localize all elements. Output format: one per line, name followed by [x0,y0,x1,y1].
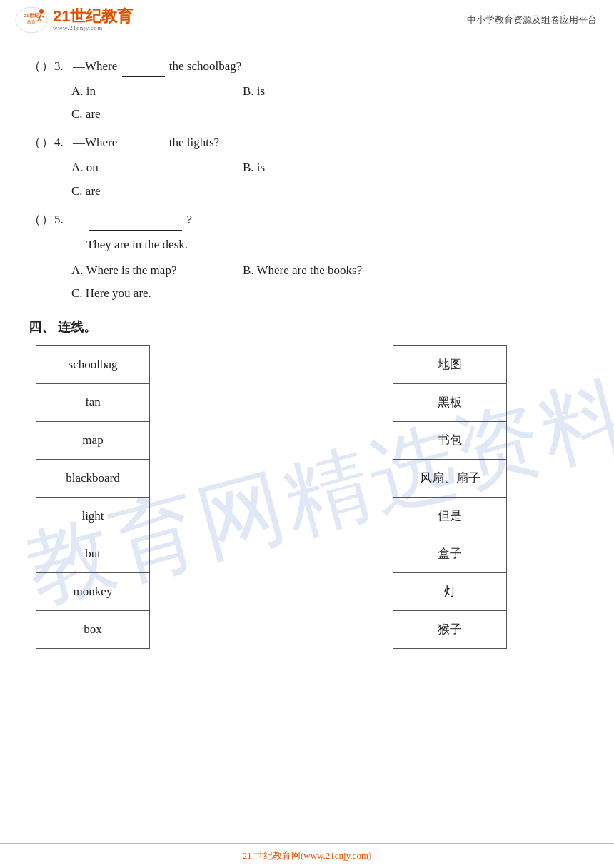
q3-blank [122,76,165,77]
footer: 21 世纪教育网(www.21cnjy.com) [0,843,614,868]
logo-main-text: 21世纪教育 [53,8,133,25]
logo-sub-text: www.21cnjy.com [53,25,133,32]
matching-area: schoolbag fan map blackboard light but m… [29,345,585,648]
matching-right-col: 地图 黑板 书包 风扇、扇子 但是 盒子 灯 猴子 [393,345,507,648]
q5-sub-text: — They are in the desk. [71,233,585,256]
q3-num: 3. [54,56,70,77]
paren-open-3: （ [29,56,39,77]
header: 21世纪 教育 21世纪教育 www.21cnjy.com 中小学教育资源及组卷… [0,0,614,39]
paren-open-4: （ [29,133,39,153]
q3-option-c: C. are [71,103,585,126]
paren-close-4: ） [41,133,51,153]
q4-option-a: A. on [71,156,243,179]
q5-sub-row: — They are in the desk. [29,233,585,256]
match-left-5: light [36,497,150,535]
logo-icon: 21世纪 教育 [14,6,49,34]
paren-open-5: （ [29,210,39,231]
q5-text: — ? [73,210,585,231]
svg-point-3 [39,9,44,14]
question-5-row: （ ） 5. — ? [29,210,585,231]
question-4: （ ） 4. —Where the lights? A. on B. is C.… [29,133,585,202]
q4-option-b: B. is [243,156,414,179]
match-right-6: 盒子 [393,535,507,573]
match-right-1: 地图 [393,345,507,384]
match-left-3: map [36,421,150,460]
match-left-7: monkey [36,572,150,611]
question-3-row: （ ） 3. —Where the schoolbag? [29,56,585,77]
paren-close-3: ） [41,56,51,77]
svg-text:21世纪: 21世纪 [24,12,40,19]
match-left-8: box [36,610,150,649]
q3-text: —Where the schoolbag? [73,56,585,77]
matching-left-col: schoolbag fan map blackboard light but m… [36,345,150,648]
q3-options: A. in B. is C. are [29,80,585,126]
match-left-4: blackboard [36,459,150,498]
section4-header: 四、 连线。 [29,318,585,335]
question-4-row: （ ） 4. —Where the lights? [29,133,585,153]
paren-close-5: ） [41,210,51,231]
logo-area: 21世纪 教育 21世纪教育 www.21cnjy.com [14,6,133,34]
q4-blank [122,153,165,153]
q5-options: A. Where is the map? B. Where are the bo… [29,259,585,306]
match-right-8: 猴子 [393,610,507,649]
question-3: （ ） 3. —Where the schoolbag? A. in B. is… [29,56,585,126]
match-left-2: fan [36,383,150,422]
q3-option-b: B. is [243,80,414,103]
q4-num: 4. [54,133,70,153]
match-right-7: 灯 [393,572,507,611]
main-content: （ ） 3. —Where the schoolbag? A. in B. is… [0,39,614,662]
match-right-2: 黑板 [393,383,507,422]
svg-text:教育: 教育 [27,19,36,24]
question-5: （ ） 5. — ? — They are in the desk. A. Wh… [29,210,585,306]
match-right-5: 但是 [393,497,507,535]
match-right-4: 风扇、扇子 [393,459,507,498]
q3-option-a: A. in [71,80,243,103]
footer-text: 21 世纪教育网(www.21cnjy.com) [243,850,372,861]
match-left-1: schoolbag [36,345,150,384]
q5-num: 5. [54,210,70,231]
q4-options: A. on B. is C. are [29,156,585,203]
q5-option-a: A. Where is the map? [71,259,243,282]
match-left-6: but [36,535,150,573]
logo-text: 21世纪教育 www.21cnjy.com [53,8,133,32]
q5-option-c: C. Here you are. [71,282,585,305]
q5-option-b: B. Where are the books? [243,259,414,282]
q4-text: —Where the lights? [73,133,585,153]
q5-blank [89,230,182,231]
q4-option-c: C. are [71,180,585,203]
match-right-3: 书包 [393,421,507,460]
platform-text: 中小学教育资源及组卷应用平台 [467,14,597,26]
